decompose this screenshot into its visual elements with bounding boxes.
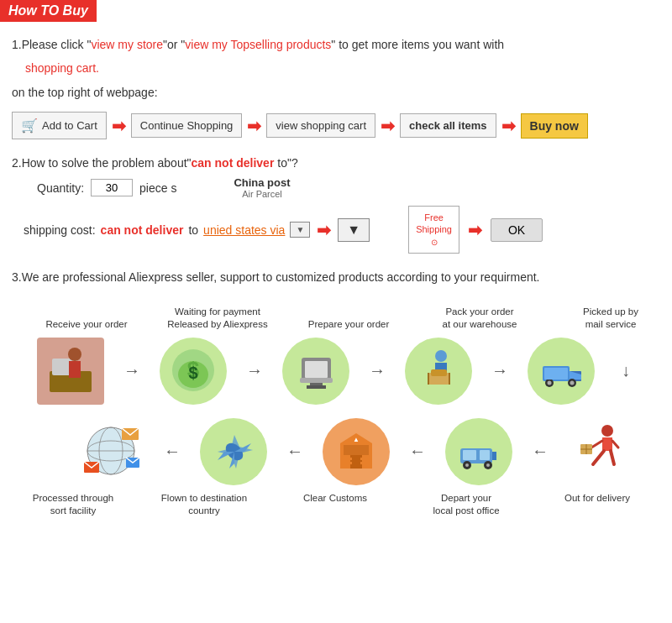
free-shipping-box: Free Shipping ⊙ [408, 206, 459, 254]
row2-icons: ▲ [8, 415, 664, 489]
sort-icon [77, 418, 144, 485]
cart-icon: 🛒 [21, 118, 38, 134]
prepare-icon [282, 338, 349, 405]
buy-now-label: Buy now [530, 119, 579, 133]
svg-rect-3 [69, 361, 81, 378]
svg-rect-12 [300, 378, 333, 383]
svg-line-30 [611, 451, 614, 464]
svg-point-25 [570, 381, 574, 385]
shipping-label: shipping cost: [24, 223, 96, 237]
row1-icons: $ $ [8, 334, 664, 408]
label-customs: Clear Customs [281, 492, 390, 517]
svg-rect-43 [492, 452, 496, 460]
process-section: Receive your order Waiting for paymentRe… [0, 297, 672, 534]
shopping-cart-link[interactable]: shopping cart. [25, 61, 99, 75]
svg-rect-28 [602, 437, 612, 451]
step1-section: 1.Please click "view my store"or "view m… [0, 30, 672, 151]
svg-rect-26 [544, 368, 568, 380]
svg-point-23 [547, 381, 551, 385]
label-receive: Receive your order [32, 318, 141, 331]
icon-flight [183, 415, 284, 489]
step1-sub2: on the top right of webpage: [12, 83, 660, 102]
pickup-icon [528, 338, 595, 405]
continue-shopping-box[interactable]: Continue Shopping [131, 113, 243, 138]
check-items-box[interactable]: check all items [400, 113, 496, 138]
label-pickup: Picked up bymail service [556, 306, 665, 331]
add-to-cart-box[interactable]: 🛒 Add to Cart [12, 112, 107, 139]
depart-icon [445, 418, 512, 485]
china-post-info: China post Air Parcel [234, 176, 290, 199]
label-depart: Depart yourlocal post office [412, 492, 521, 517]
destination-link[interactable]: unied states via [203, 223, 285, 237]
shipping-method-dropdown[interactable]: ▼ [338, 218, 370, 242]
icon-receive [20, 334, 121, 408]
step2-section: 2.How to solve the problem about"can not… [0, 151, 672, 265]
icon-customs: ▲ [306, 415, 407, 489]
step1-prefix: 1.Please click " [12, 38, 91, 51]
step3-text: 3.We are professional Aliexpress seller,… [12, 270, 660, 284]
svg-line-32 [612, 441, 618, 448]
shipping-row: shipping cost: can not deliver to unied … [24, 206, 660, 254]
arrow3: ➡ [381, 116, 395, 136]
add-to-cart-label: Add to Cart [42, 119, 97, 132]
icon-delivery [551, 415, 652, 489]
label-waiting: Waiting for paymentReleased by Aliexpres… [163, 306, 272, 331]
svg-rect-48 [345, 458, 352, 460]
arrow5: ➡ [317, 220, 331, 240]
continue-shopping-label: Continue Shopping [140, 119, 234, 132]
customs-icon: ▲ [323, 418, 390, 485]
arrow-r4 [489, 361, 511, 380]
cant-deliver-text: can not deliver [192, 156, 275, 170]
radio-icon: ⊙ [431, 238, 438, 247]
svg-rect-50 [360, 458, 367, 460]
qty-label: Quantity: [37, 181, 84, 195]
label-delivery: Out for delivery [543, 492, 652, 517]
svg-text:▲: ▲ [353, 436, 360, 443]
arrow-down [612, 361, 633, 380]
svg-line-29 [593, 451, 604, 464]
view-cart-box[interactable]: view shopping cart [266, 113, 375, 138]
pack-icon [405, 338, 472, 405]
icon-depart [428, 415, 529, 489]
label-flight: Flown to destinationcountry [150, 492, 259, 517]
to-text: to [188, 223, 198, 237]
payment-icon: $ $ [160, 338, 227, 405]
arrow1: ➡ [112, 116, 126, 136]
ok-button[interactable]: OK [491, 218, 543, 242]
view-store-link[interactable]: view my store [91, 38, 163, 51]
step1-subtext: shopping cart. [25, 59, 660, 77]
chevron-down-icon2: ▼ [347, 222, 360, 237]
row1-labels: Receive your order Waiting for paymentRe… [8, 306, 664, 331]
svg-rect-51 [360, 462, 367, 464]
flight-icon [200, 418, 267, 485]
step1-text: 1.Please click "view my store"or "view m… [12, 35, 660, 54]
check-items-label: check all items [409, 119, 487, 132]
arrow6: ➡ [468, 220, 482, 240]
delivery-icon [568, 418, 635, 485]
icon-pickup [511, 334, 612, 408]
china-post-sub: Air Parcel [242, 189, 282, 199]
shipping-label2: Shipping [416, 224, 452, 234]
arrow-r2 [244, 361, 265, 380]
svg-point-2 [68, 348, 81, 361]
svg-rect-16 [431, 369, 447, 376]
buy-now-box[interactable]: Buy now [521, 113, 588, 139]
header-bar: How TO Buy [0, 0, 672, 30]
destination-dropdown[interactable]: ▼ [290, 222, 310, 238]
step2-title: 2.How to solve the problem about"can not… [12, 156, 660, 170]
label-sort: Processed throughsort facility [18, 492, 128, 517]
view-cart-label: view shopping cart [276, 119, 366, 132]
icon-pack [388, 334, 489, 408]
chevron-down-icon: ▼ [296, 225, 304, 234]
arrow-l3 [284, 442, 306, 461]
view-topselling-link[interactable]: view my Topselling products [185, 38, 331, 51]
pieces-label: piece s [139, 181, 176, 195]
cant-deliver-shipping: can not deliver [101, 223, 184, 237]
svg-text:$: $ [188, 364, 197, 382]
qty-input[interactable] [91, 179, 133, 196]
arrow-l4 [161, 442, 183, 461]
arrow-r3 [366, 361, 388, 380]
arrow-l1 [529, 442, 551, 461]
arrow-l2 [407, 442, 428, 461]
svg-rect-9 [305, 361, 328, 378]
